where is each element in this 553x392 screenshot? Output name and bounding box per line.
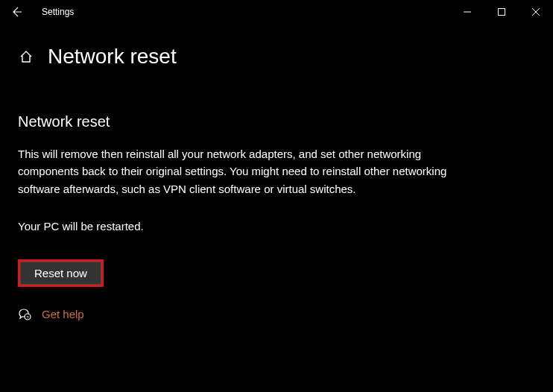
house-icon (19, 49, 34, 64)
home-icon[interactable] (18, 48, 34, 65)
help-row: ? Get help (18, 308, 535, 321)
svg-text:?: ? (26, 314, 28, 319)
get-help-link[interactable]: Get help (42, 308, 84, 320)
help-icon: ? (18, 308, 31, 321)
restart-note: Your PC will be restarted. (18, 220, 535, 233)
reset-button-highlight: Reset now (18, 259, 104, 287)
close-button[interactable] (519, 0, 553, 24)
chat-bubble-icon: ? (18, 308, 31, 321)
minimize-button[interactable] (450, 0, 484, 24)
window-controls (450, 0, 553, 24)
maximize-button[interactable] (484, 0, 519, 24)
maximize-icon (498, 8, 505, 16)
main-content: Network reset This will remove then rein… (0, 78, 553, 321)
section-subtitle: Network reset (18, 113, 535, 130)
window-title: Settings (42, 7, 74, 17)
close-icon (532, 8, 540, 16)
svg-rect-1 (499, 9, 505, 16)
titlebar-left: Settings (9, 4, 74, 19)
page-title: Network reset (48, 45, 177, 69)
titlebar: Settings (0, 0, 553, 24)
minimize-icon (464, 8, 471, 16)
arrow-left-icon (10, 6, 22, 18)
description-text: This will remove then reinstall all your… (18, 145, 450, 197)
header: Network reset (0, 24, 553, 78)
reset-now-button[interactable]: Reset now (20, 262, 101, 285)
back-button[interactable] (9, 4, 24, 19)
